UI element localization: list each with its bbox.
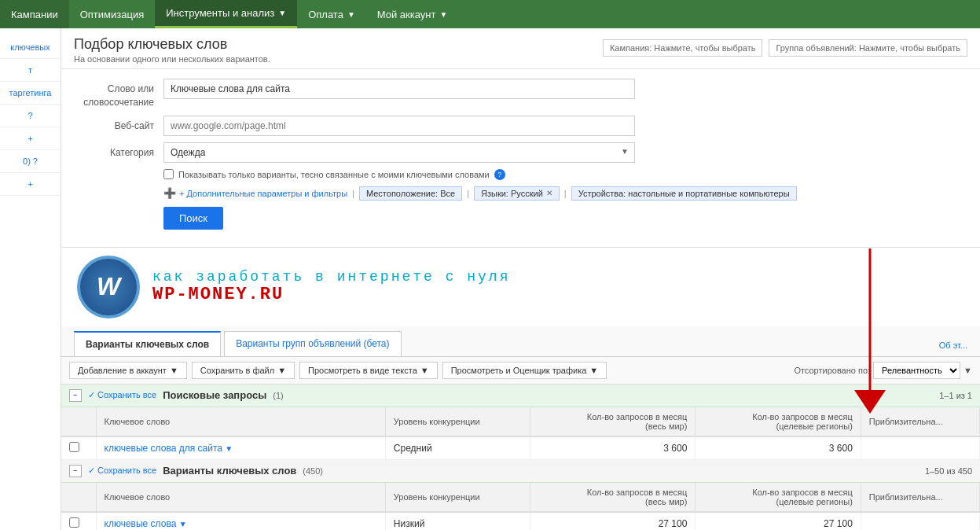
row1-checkbox[interactable] — [69, 442, 79, 452]
section2-save-all[interactable]: ✓ Сохранить все — [88, 466, 156, 476]
view-traffic-btn[interactable]: Просмотреть и Оценщик трафика ▼ — [442, 362, 607, 379]
toolbar: Добавление в аккаунт ▼ Сохранить в файл … — [61, 357, 980, 385]
section1-save-all[interactable]: ✓ Сохранить все — [88, 390, 156, 400]
sort-control: Отсортировано по: Релевантность ▼ — [794, 362, 972, 379]
website-input[interactable] — [163, 116, 635, 136]
checkbox-help-icon: ? — [494, 169, 505, 180]
watermark-area: W как заработать в интернете с нуля WP-M… — [61, 248, 980, 326]
sidebar-item-keywords[interactable]: ключевых — [0, 36, 61, 59]
about-link[interactable]: Об эт... — [939, 340, 967, 356]
section1: − ✓ Сохранить все Поисковые запросы (1) … — [61, 385, 980, 460]
keyword-form: Слово или словосочетание Веб-сайт Катего… — [61, 69, 980, 248]
add-to-account-btn[interactable]: Добавление в аккаунт ▼ — [69, 362, 187, 379]
device-tag: Устройства: настольные и портативные ком… — [571, 186, 797, 201]
section2-col-global[interactable]: Кол-во запросов в месяц (весь мир) — [530, 483, 695, 512]
section1-collapse[interactable]: − — [69, 389, 82, 402]
filter-link[interactable]: ➕ + Дополнительные параметры и фильтры — [163, 187, 347, 199]
watermark-line2: WP-MONEY.RU — [152, 285, 510, 304]
sidebar-item-help[interactable]: ? — [0, 105, 61, 127]
section1-col-cpc[interactable]: Приблизительна... — [861, 407, 979, 436]
watermark-text: как заработать в интернете с нуля WP-MON… — [152, 269, 510, 304]
s2-row0-global: 27 100 — [530, 512, 695, 530]
section2-col-local[interactable]: Кол-во запросов в месяц (целевые регионы… — [696, 483, 861, 512]
main-content: Подбор ключевых слов На основании одного… — [61, 28, 980, 530]
tools-arrow-icon: ▼ — [278, 9, 286, 17]
section2-header: − ✓ Сохранить все Варианты ключевых слов… — [61, 460, 980, 483]
category-select[interactable]: Одежда — [163, 142, 635, 163]
search-button[interactable]: Поиск — [163, 207, 223, 230]
tabs-row: Варианты ключевых слов Варианты групп об… — [61, 326, 980, 357]
sidebar-item-targeting[interactable]: таргетинга — [0, 82, 61, 105]
language-tag[interactable]: Языки: Русский ✕ — [474, 186, 560, 201]
word-input[interactable] — [163, 79, 635, 99]
view-text-btn[interactable]: Просмотреть в виде текста ▼ — [299, 362, 438, 379]
section1-col-global[interactable]: Кол-во запросов в месяц (весь мир) — [530, 407, 695, 436]
section2-col-competition[interactable]: Уровень конкуренции — [385, 483, 530, 512]
row1-local: 3 600 — [696, 436, 861, 460]
view-traffic-arrow-icon: ▼ — [589, 366, 598, 375]
sidebar: ключевых т таргетинга ? + 0) ? + — [0, 28, 61, 530]
nav-item-optimization[interactable]: Оптимизация — [69, 0, 156, 28]
s2-row0-keyword[interactable]: ключевые слова ▼ — [96, 512, 385, 530]
adgroup-selector[interactable]: Группа объявлений: Нажмите, чтобы выбрат… — [769, 39, 967, 57]
section2-count: (450) — [303, 466, 323, 476]
related-checkbox-label[interactable]: Показывать только варианты, тесно связан… — [178, 170, 490, 179]
section1-title: Поисковые запросы — [163, 389, 266, 401]
section1-header: − ✓ Сохранить все Поисковые запросы (1) … — [61, 385, 980, 407]
section2-col-keyword[interactable]: Ключевое слово — [96, 483, 385, 512]
row1-global: 3 600 — [530, 436, 695, 460]
filter-sep2: | — [467, 189, 469, 198]
s2-row0-check[interactable] — [61, 512, 96, 530]
section1-table: Ключевое слово Уровень конкуренции Кол-в… — [61, 407, 980, 460]
language-close-icon[interactable]: ✕ — [546, 189, 552, 197]
row1-check[interactable] — [61, 436, 96, 460]
sidebar-item-count[interactable]: 0) ? — [0, 150, 61, 173]
filter-sep3: | — [564, 189, 567, 198]
category-label: Категория — [77, 142, 163, 160]
nav-item-tools[interactable]: Инструменты и анализ ▼ — [155, 0, 297, 28]
s2-row0-cpc — [861, 512, 979, 530]
view-text-arrow-icon: ▼ — [420, 366, 429, 375]
nav-item-campaigns[interactable]: Кампании — [0, 0, 69, 28]
table-row: ключевые слова ▼ Низкий 27 100 27 100 — [61, 512, 980, 530]
page-subtitle: На основании одного или нескольких вариа… — [74, 54, 270, 64]
sort-select[interactable]: Релевантность — [873, 362, 960, 379]
sidebar-item-add[interactable]: + — [0, 127, 61, 150]
word-label: Слово или словосочетание — [77, 79, 163, 109]
row1-competition: Средний — [385, 436, 530, 460]
section1-count: (1) — [273, 391, 283, 400]
sort-arrow-icon: ▼ — [963, 366, 972, 375]
section1-col-keyword[interactable]: Ключевое слово — [96, 407, 385, 436]
section2-title: Варианты ключевых слов — [163, 465, 296, 477]
s2-row0-checkbox[interactable] — [69, 517, 79, 528]
save-to-file-btn[interactable]: Сохранить в файл ▼ — [192, 362, 295, 379]
section2-pagination: 1–50 из 450 — [925, 466, 972, 476]
section2-collapse[interactable]: − — [69, 465, 82, 477]
location-tag[interactable]: Местоположение: Все — [359, 186, 462, 201]
sidebar-item-t[interactable]: т — [0, 59, 61, 82]
tab-adgroup-variants[interactable]: Варианты групп объявлений (бета) — [224, 331, 401, 356]
related-checkbox[interactable] — [163, 169, 174, 179]
website-label: Веб-сайт — [77, 116, 163, 133]
campaign-selector[interactable]: Кампания: Нажмите, чтобы выбрать — [603, 39, 763, 57]
add-arrow-icon: ▼ — [170, 366, 178, 375]
section2: − ✓ Сохранить все Варианты ключевых слов… — [61, 460, 980, 530]
section1-pagination: 1–1 из 1 — [939, 391, 972, 400]
account-arrow-icon: ▼ — [439, 10, 447, 19]
table-row: ключевые слова для сайта ▼ Средний 3 600… — [61, 436, 980, 460]
s2-row0-local: 27 100 — [696, 512, 861, 530]
section1-col-competition[interactable]: Уровень конкуренции — [385, 407, 530, 436]
filter-sep1: | — [352, 189, 354, 198]
app-container: Кампании Оптимизация Инструменты и анали… — [0, 0, 980, 530]
nav-item-payment[interactable]: Оплата ▼ — [297, 0, 366, 28]
tab-keyword-variants[interactable]: Варианты ключевых слов — [74, 331, 221, 356]
save-arrow-icon: ▼ — [277, 366, 286, 375]
plus-icon: ➕ — [163, 187, 176, 199]
watermark-line1: как заработать в интернете с нуля — [152, 269, 510, 285]
page-title: Подбор ключевых слов — [74, 36, 270, 53]
row1-keyword[interactable]: ключевые слова для сайта ▼ — [96, 436, 385, 460]
sidebar-item-add2[interactable]: + — [0, 173, 61, 196]
section1-col-local[interactable]: Кол-во запросов в месяц (целевые регионы… — [696, 407, 861, 436]
nav-item-account[interactable]: Мой аккаунт ▼ — [366, 0, 459, 28]
section2-col-cpc[interactable]: Приблизительна... — [861, 483, 979, 512]
